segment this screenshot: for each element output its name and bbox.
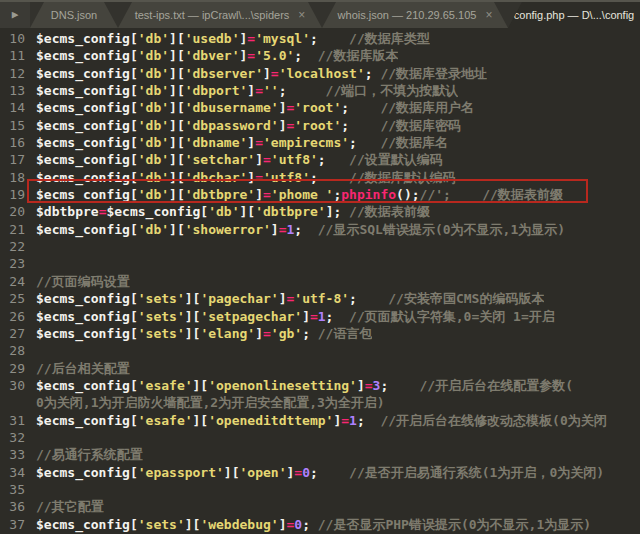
line-code: $ecms_config['esafe']['openonlinesetting… — [36, 377, 573, 394]
line-number: 17 — [0, 151, 25, 168]
line-number: 12 — [0, 65, 25, 82]
line-number: 20 — [0, 203, 25, 220]
line-code: //其它配置 — [36, 498, 104, 515]
line-number: 21 — [0, 221, 25, 238]
tab-whois[interactable]: whois.json — 210.29.65.105 × — [322, 2, 508, 28]
line-number: 33 — [0, 446, 25, 463]
line-number: 18 — [0, 169, 25, 186]
line-code: 0为关闭,1为开启防火墙配置,2为开启安全配置,3为全开启) — [36, 394, 385, 411]
code-line[interactable]: 18 $ecms_config['db']['dbchar']='utf8'; … — [0, 169, 640, 186]
code-line[interactable]: 21 $ecms_config['db']['showerror']=1; //… — [0, 221, 640, 238]
code-line[interactable]: 32 — [0, 429, 640, 446]
line-number: 24 — [0, 273, 25, 290]
line-number: 22 — [0, 238, 25, 255]
line-number: 25 — [0, 290, 25, 307]
line-number: 10 — [0, 30, 25, 47]
line-number: 37 — [0, 516, 25, 533]
line-code: $ecms_config['db']['dbtbpre']='phome_';p… — [36, 186, 563, 203]
tab-label: DNS.json — [51, 9, 97, 21]
line-code: $ecms_config['db']['usedb']='mysql'; //数… — [36, 30, 430, 47]
line-code: $ecms_config['db']['dbusername']='root';… — [36, 99, 474, 116]
code-line[interactable]: 16 $ecms_config['db']['dbname']='empirec… — [0, 134, 640, 151]
tab-label: whois.json — 210.29.65.105 — [338, 9, 477, 21]
code-line[interactable]: 23 — [0, 255, 640, 272]
line-code: $ecms_config['db']['dbver']='5.0'; //数据库… — [36, 47, 398, 64]
code-line[interactable]: 28 — [0, 342, 640, 359]
line-number: 34 — [0, 464, 25, 481]
line-number: 15 — [0, 117, 25, 134]
line-code: $ecms_config['sets']['webdebug']=0; //是否… — [36, 516, 591, 533]
line-code: $dbtbpre=$ecms_config['db']['dbtbpre']; … — [36, 203, 430, 220]
code-line[interactable]: 10 $ecms_config['db']['usedb']='mysql'; … — [0, 30, 640, 47]
code-line[interactable]: 14 $ecms_config['db']['dbusername']='roo… — [0, 99, 640, 116]
line-number: 35 — [0, 481, 25, 498]
line-code: $ecms_config['db']['dbname']='empirecms'… — [36, 134, 448, 151]
line-number — [0, 394, 25, 411]
line-number: 36 — [0, 498, 25, 515]
line-code: $ecms_config['db']['dbchar']='utf8'; //数… — [36, 169, 456, 186]
code-line[interactable]: 15 $ecms_config['db']['dbpassword']='roo… — [0, 117, 640, 134]
tabs-container: DNS.json test-ips.txt — ipCrawl\...\spid… — [30, 2, 640, 28]
line-code: //易通行系统配置 — [36, 446, 143, 463]
line-code: $ecms_config['esafe']['openeditdttemp']=… — [36, 412, 607, 429]
code-line[interactable]: 20 $dbtbpre=$ecms_config['db']['dbtbpre'… — [0, 203, 640, 220]
tab-test-ips[interactable]: test-ips.txt — ipCrawl\...\spiders × — [118, 2, 322, 28]
line-code: //页面编码设置 — [36, 273, 130, 290]
code-line[interactable]: 13 $ecms_config['db']['dbport']=''; //端口… — [0, 82, 640, 99]
line-number: 13 — [0, 82, 25, 99]
code-line[interactable]: 24 //页面编码设置 — [0, 273, 640, 290]
line-number: 11 — [0, 47, 25, 64]
line-code: $ecms_config['db']['dbserver']='localhos… — [36, 65, 487, 82]
line-code: //后台相关配置 — [36, 360, 130, 377]
code-line[interactable]: 17 $ecms_config['db']['setchar']='utf8';… — [0, 151, 640, 168]
code-line[interactable]: 11 $ecms_config['db']['dbver']='5.0'; //… — [0, 47, 640, 64]
code-line[interactable]: 27 $ecms_config['sets']['elang']='gb'; /… — [0, 325, 640, 342]
code-line[interactable]: 30 $ecms_config['esafe']['openonlinesett… — [0, 377, 640, 394]
line-code: $ecms_config['db']['dbport']=''; //端口，不填… — [36, 82, 458, 99]
line-code: $ecms_config['epassport']['open']=0; //是… — [36, 464, 604, 481]
tab-label: test-ips.txt — ipCrawl\...\spiders — [135, 9, 290, 21]
tab-config[interactable]: config.php — D\...\config — [508, 2, 640, 28]
tab-bar: ▶ DNS.json test-ips.txt — ipCrawl\...\sp… — [0, 0, 640, 28]
line-code: $ecms_config['db']['dbpassword']='root';… — [36, 117, 461, 134]
code-line[interactable]: 19 $ecms_config['db']['dbtbpre']='phome_… — [0, 186, 640, 203]
line-number: 14 — [0, 99, 25, 116]
tab-dns[interactable]: DNS.json — [30, 2, 118, 28]
editor-window: ▶ DNS.json test-ips.txt — ipCrawl\...\sp… — [0, 0, 640, 534]
line-number: 19 — [0, 186, 25, 203]
line-code: $ecms_config['sets']['setpagechar']=1; /… — [36, 308, 555, 325]
code-line[interactable]: 26 $ecms_config['sets']['setpagechar']=1… — [0, 308, 640, 325]
code-line[interactable]: 29 //后台相关配置 — [0, 360, 640, 377]
code-line[interactable]: 0为关闭,1为开启防火墙配置,2为开启安全配置,3为全开启) — [0, 394, 640, 411]
code-line[interactable]: 33 //易通行系统配置 — [0, 446, 640, 463]
line-number: 27 — [0, 325, 25, 342]
line-code: $ecms_config['sets']['elang']='gb'; //语言… — [36, 325, 372, 342]
code-line[interactable]: 34 $ecms_config['epassport']['open']=0; … — [0, 464, 640, 481]
code-line[interactable]: 12 $ecms_config['db']['dbserver']='local… — [0, 65, 640, 82]
line-code: $ecms_config['db']['setchar']='utf8'; //… — [36, 151, 443, 168]
line-code: $ecms_config['sets']['pagechar']='utf-8'… — [36, 290, 544, 307]
code-line[interactable]: 37 $ecms_config['sets']['webdebug']=0; /… — [0, 516, 640, 533]
code-line[interactable]: 31 $ecms_config['esafe']['openeditdttemp… — [0, 412, 640, 429]
code-line[interactable]: 36 //其它配置 — [0, 498, 640, 515]
code-line[interactable]: 35 — [0, 481, 640, 498]
line-number: 31 — [0, 412, 25, 429]
line-number: 23 — [0, 255, 25, 272]
line-number: 30 — [0, 377, 25, 394]
line-code: $ecms_config['db']['showerror']=1; //显示S… — [36, 221, 565, 238]
code-line[interactable]: 22 — [0, 238, 640, 255]
tab-nav-button[interactable]: ▶ — [0, 2, 30, 28]
code-editor[interactable]: 10 $ecms_config['db']['usedb']='mysql'; … — [0, 28, 640, 534]
code-line[interactable]: 25 $ecms_config['sets']['pagechar']='utf… — [0, 290, 640, 307]
line-number: 32 — [0, 429, 25, 446]
tab-label: config.php — D\...\config — [514, 9, 634, 21]
play-triangle-icon: ▶ — [12, 9, 19, 20]
tab-close-icon[interactable]: × — [298, 9, 305, 21]
line-number: 28 — [0, 342, 25, 359]
tab-close-icon[interactable]: × — [485, 9, 492, 21]
line-number: 29 — [0, 360, 25, 377]
line-number: 26 — [0, 308, 25, 325]
line-number: 16 — [0, 134, 25, 151]
